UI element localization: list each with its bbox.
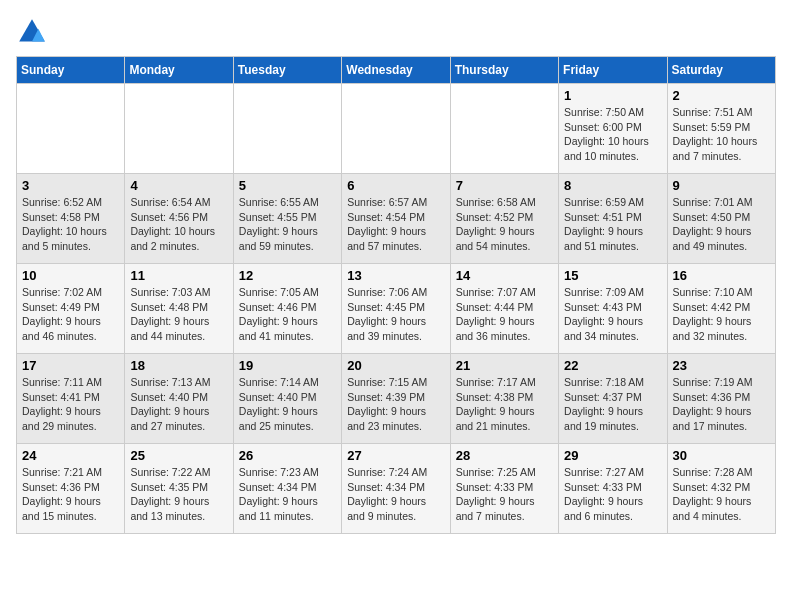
calendar-week-row: 3Sunrise: 6:52 AM Sunset: 4:58 PM Daylig… xyxy=(17,174,776,264)
day-info: Sunrise: 7:06 AM Sunset: 4:45 PM Dayligh… xyxy=(347,285,444,344)
calendar-cell xyxy=(125,84,233,174)
calendar-cell: 18Sunrise: 7:13 AM Sunset: 4:40 PM Dayli… xyxy=(125,354,233,444)
calendar-cell: 14Sunrise: 7:07 AM Sunset: 4:44 PM Dayli… xyxy=(450,264,558,354)
day-number: 9 xyxy=(673,178,770,193)
day-number: 30 xyxy=(673,448,770,463)
day-info: Sunrise: 7:07 AM Sunset: 4:44 PM Dayligh… xyxy=(456,285,553,344)
day-info: Sunrise: 7:18 AM Sunset: 4:37 PM Dayligh… xyxy=(564,375,661,434)
day-info: Sunrise: 6:58 AM Sunset: 4:52 PM Dayligh… xyxy=(456,195,553,254)
day-info: Sunrise: 7:21 AM Sunset: 4:36 PM Dayligh… xyxy=(22,465,119,524)
calendar-cell xyxy=(17,84,125,174)
calendar-cell: 1Sunrise: 7:50 AM Sunset: 6:00 PM Daylig… xyxy=(559,84,667,174)
weekday-header-tuesday: Tuesday xyxy=(233,57,341,84)
calendar-cell: 17Sunrise: 7:11 AM Sunset: 4:41 PM Dayli… xyxy=(17,354,125,444)
day-info: Sunrise: 7:27 AM Sunset: 4:33 PM Dayligh… xyxy=(564,465,661,524)
day-number: 22 xyxy=(564,358,661,373)
day-info: Sunrise: 7:03 AM Sunset: 4:48 PM Dayligh… xyxy=(130,285,227,344)
calendar-week-row: 17Sunrise: 7:11 AM Sunset: 4:41 PM Dayli… xyxy=(17,354,776,444)
day-number: 25 xyxy=(130,448,227,463)
day-number: 14 xyxy=(456,268,553,283)
calendar-cell: 8Sunrise: 6:59 AM Sunset: 4:51 PM Daylig… xyxy=(559,174,667,264)
day-info: Sunrise: 7:14 AM Sunset: 4:40 PM Dayligh… xyxy=(239,375,336,434)
calendar-cell: 23Sunrise: 7:19 AM Sunset: 4:36 PM Dayli… xyxy=(667,354,775,444)
calendar-cell: 11Sunrise: 7:03 AM Sunset: 4:48 PM Dayli… xyxy=(125,264,233,354)
day-info: Sunrise: 7:10 AM Sunset: 4:42 PM Dayligh… xyxy=(673,285,770,344)
calendar-cell: 29Sunrise: 7:27 AM Sunset: 4:33 PM Dayli… xyxy=(559,444,667,534)
calendar-cell: 10Sunrise: 7:02 AM Sunset: 4:49 PM Dayli… xyxy=(17,264,125,354)
calendar-week-row: 24Sunrise: 7:21 AM Sunset: 4:36 PM Dayli… xyxy=(17,444,776,534)
calendar-cell xyxy=(233,84,341,174)
weekday-header-monday: Monday xyxy=(125,57,233,84)
day-number: 11 xyxy=(130,268,227,283)
calendar-week-row: 1Sunrise: 7:50 AM Sunset: 6:00 PM Daylig… xyxy=(17,84,776,174)
day-number: 20 xyxy=(347,358,444,373)
calendar-table: SundayMondayTuesdayWednesdayThursdayFrid… xyxy=(16,56,776,534)
day-number: 2 xyxy=(673,88,770,103)
day-info: Sunrise: 7:23 AM Sunset: 4:34 PM Dayligh… xyxy=(239,465,336,524)
day-info: Sunrise: 6:57 AM Sunset: 4:54 PM Dayligh… xyxy=(347,195,444,254)
day-number: 8 xyxy=(564,178,661,193)
day-info: Sunrise: 7:50 AM Sunset: 6:00 PM Dayligh… xyxy=(564,105,661,164)
weekday-header-row: SundayMondayTuesdayWednesdayThursdayFrid… xyxy=(17,57,776,84)
day-number: 1 xyxy=(564,88,661,103)
calendar-cell: 24Sunrise: 7:21 AM Sunset: 4:36 PM Dayli… xyxy=(17,444,125,534)
weekday-header-sunday: Sunday xyxy=(17,57,125,84)
day-number: 16 xyxy=(673,268,770,283)
calendar-cell xyxy=(450,84,558,174)
day-number: 7 xyxy=(456,178,553,193)
day-number: 3 xyxy=(22,178,119,193)
day-info: Sunrise: 7:22 AM Sunset: 4:35 PM Dayligh… xyxy=(130,465,227,524)
weekday-header-friday: Friday xyxy=(559,57,667,84)
calendar-cell: 12Sunrise: 7:05 AM Sunset: 4:46 PM Dayli… xyxy=(233,264,341,354)
day-info: Sunrise: 7:17 AM Sunset: 4:38 PM Dayligh… xyxy=(456,375,553,434)
day-info: Sunrise: 7:13 AM Sunset: 4:40 PM Dayligh… xyxy=(130,375,227,434)
day-number: 12 xyxy=(239,268,336,283)
day-info: Sunrise: 7:15 AM Sunset: 4:39 PM Dayligh… xyxy=(347,375,444,434)
calendar-cell: 3Sunrise: 6:52 AM Sunset: 4:58 PM Daylig… xyxy=(17,174,125,264)
day-number: 17 xyxy=(22,358,119,373)
day-number: 10 xyxy=(22,268,119,283)
day-number: 19 xyxy=(239,358,336,373)
day-info: Sunrise: 7:25 AM Sunset: 4:33 PM Dayligh… xyxy=(456,465,553,524)
day-info: Sunrise: 6:59 AM Sunset: 4:51 PM Dayligh… xyxy=(564,195,661,254)
day-number: 27 xyxy=(347,448,444,463)
calendar-cell: 4Sunrise: 6:54 AM Sunset: 4:56 PM Daylig… xyxy=(125,174,233,264)
weekday-header-thursday: Thursday xyxy=(450,57,558,84)
day-info: Sunrise: 7:02 AM Sunset: 4:49 PM Dayligh… xyxy=(22,285,119,344)
day-info: Sunrise: 6:52 AM Sunset: 4:58 PM Dayligh… xyxy=(22,195,119,254)
day-number: 29 xyxy=(564,448,661,463)
weekday-header-wednesday: Wednesday xyxy=(342,57,450,84)
calendar-cell: 28Sunrise: 7:25 AM Sunset: 4:33 PM Dayli… xyxy=(450,444,558,534)
day-number: 23 xyxy=(673,358,770,373)
calendar-cell: 27Sunrise: 7:24 AM Sunset: 4:34 PM Dayli… xyxy=(342,444,450,534)
day-info: Sunrise: 7:05 AM Sunset: 4:46 PM Dayligh… xyxy=(239,285,336,344)
day-info: Sunrise: 6:55 AM Sunset: 4:55 PM Dayligh… xyxy=(239,195,336,254)
calendar-cell: 16Sunrise: 7:10 AM Sunset: 4:42 PM Dayli… xyxy=(667,264,775,354)
day-number: 15 xyxy=(564,268,661,283)
day-info: Sunrise: 7:28 AM Sunset: 4:32 PM Dayligh… xyxy=(673,465,770,524)
calendar-week-row: 10Sunrise: 7:02 AM Sunset: 4:49 PM Dayli… xyxy=(17,264,776,354)
calendar-cell: 5Sunrise: 6:55 AM Sunset: 4:55 PM Daylig… xyxy=(233,174,341,264)
day-number: 28 xyxy=(456,448,553,463)
day-info: Sunrise: 7:24 AM Sunset: 4:34 PM Dayligh… xyxy=(347,465,444,524)
weekday-header-saturday: Saturday xyxy=(667,57,775,84)
day-number: 21 xyxy=(456,358,553,373)
calendar-cell: 2Sunrise: 7:51 AM Sunset: 5:59 PM Daylig… xyxy=(667,84,775,174)
day-info: Sunrise: 7:19 AM Sunset: 4:36 PM Dayligh… xyxy=(673,375,770,434)
day-info: Sunrise: 6:54 AM Sunset: 4:56 PM Dayligh… xyxy=(130,195,227,254)
calendar-cell: 22Sunrise: 7:18 AM Sunset: 4:37 PM Dayli… xyxy=(559,354,667,444)
day-number: 4 xyxy=(130,178,227,193)
logo-icon xyxy=(16,16,48,48)
page-header xyxy=(16,16,776,48)
day-info: Sunrise: 7:01 AM Sunset: 4:50 PM Dayligh… xyxy=(673,195,770,254)
calendar-cell: 7Sunrise: 6:58 AM Sunset: 4:52 PM Daylig… xyxy=(450,174,558,264)
day-number: 24 xyxy=(22,448,119,463)
calendar-cell: 25Sunrise: 7:22 AM Sunset: 4:35 PM Dayli… xyxy=(125,444,233,534)
calendar-cell: 30Sunrise: 7:28 AM Sunset: 4:32 PM Dayli… xyxy=(667,444,775,534)
calendar-cell: 19Sunrise: 7:14 AM Sunset: 4:40 PM Dayli… xyxy=(233,354,341,444)
day-info: Sunrise: 7:09 AM Sunset: 4:43 PM Dayligh… xyxy=(564,285,661,344)
day-number: 26 xyxy=(239,448,336,463)
calendar-cell: 26Sunrise: 7:23 AM Sunset: 4:34 PM Dayli… xyxy=(233,444,341,534)
calendar-cell: 13Sunrise: 7:06 AM Sunset: 4:45 PM Dayli… xyxy=(342,264,450,354)
calendar-cell: 6Sunrise: 6:57 AM Sunset: 4:54 PM Daylig… xyxy=(342,174,450,264)
